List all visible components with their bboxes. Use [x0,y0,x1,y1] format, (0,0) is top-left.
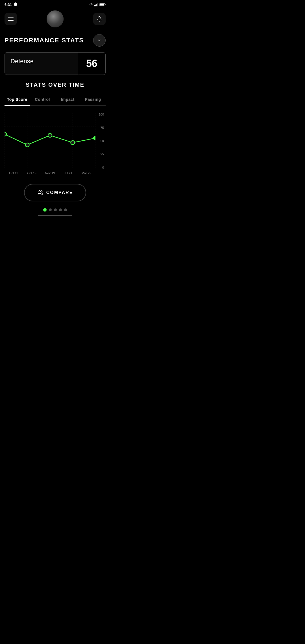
gear-icon [14,2,18,7]
svg-rect-6 [100,4,104,6]
svg-rect-0 [94,5,95,6]
chart-area [5,113,95,169]
defense-label: Defense [5,53,78,75]
stats-tabs: Top Score Control Impact Passing [5,94,106,106]
y-label-50: 50 [101,139,104,143]
compare-label: COMPARE [46,190,73,195]
performance-section: PERFORMANCE STATS Defense 56 [0,30,110,75]
top-nav [0,8,110,30]
dot-4 [59,208,62,211]
tab-top-score[interactable]: Top Score [5,94,30,106]
status-time: 6:31 [5,3,12,7]
svg-point-17 [5,132,6,136]
wifi-icon [89,3,93,6]
compare-button[interactable]: COMPARE [24,184,86,201]
y-axis: 100 75 50 25 0 [95,113,106,169]
chevron-down-icon [97,38,102,43]
y-label-75: 75 [101,126,104,129]
x-label-jul21: Jul 21 [59,171,77,175]
svg-rect-1 [95,5,96,6]
performance-title: PERFORMANCE STATS [5,37,84,44]
svg-point-20 [71,141,75,145]
dot-2 [49,208,52,211]
compare-users-icon [37,190,43,196]
defense-card: Defense 56 [5,52,106,75]
status-icons [89,3,106,6]
dot-3 [54,208,57,211]
tab-impact[interactable]: Impact [55,94,80,106]
svg-rect-3 [97,3,97,6]
dot-1-active [43,208,47,212]
bell-icon [97,16,102,22]
chart-container: 100 75 50 25 0 Oct 19 Oct 19 Nov 19 Jul … [5,113,106,175]
y-label-25: 25 [101,153,104,156]
x-label-nov19: Nov 19 [41,171,59,175]
home-indicator [38,215,72,216]
y-label-100: 100 [99,113,104,116]
status-bar: 6:31 [0,0,110,8]
stats-section: STATS OVER TIME Top Score Control Impact… [0,82,110,216]
tab-control[interactable]: Control [30,94,55,106]
menu-button[interactable] [5,13,17,25]
x-label-mar22: Mar 22 [77,171,95,175]
battery-icon [99,3,106,6]
avatar[interactable] [47,10,64,27]
svg-rect-2 [96,4,97,6]
x-label-oct19-2: Oct 19 [23,171,41,175]
signal-icon [94,3,98,6]
chart-svg [5,113,95,169]
dot-5 [64,208,67,211]
svg-point-22 [39,191,40,192]
y-label-0: 0 [102,166,104,169]
svg-point-18 [25,143,29,147]
svg-rect-5 [105,4,106,5]
menu-icon [8,17,14,21]
svg-point-21 [93,136,95,140]
x-label-oct19-1: Oct 19 [5,171,23,175]
stats-over-time-title: STATS OVER TIME [5,82,106,88]
avatar-image [47,10,64,27]
dot-indicators [5,208,106,212]
bell-button[interactable] [93,13,106,25]
collapse-button[interactable] [93,34,106,47]
svg-point-19 [48,133,52,137]
x-axis: Oct 19 Oct 19 Nov 19 Jul 21 Mar 22 [5,171,106,175]
defense-value: 56 [78,53,105,75]
tab-passing[interactable]: Passing [80,94,106,106]
